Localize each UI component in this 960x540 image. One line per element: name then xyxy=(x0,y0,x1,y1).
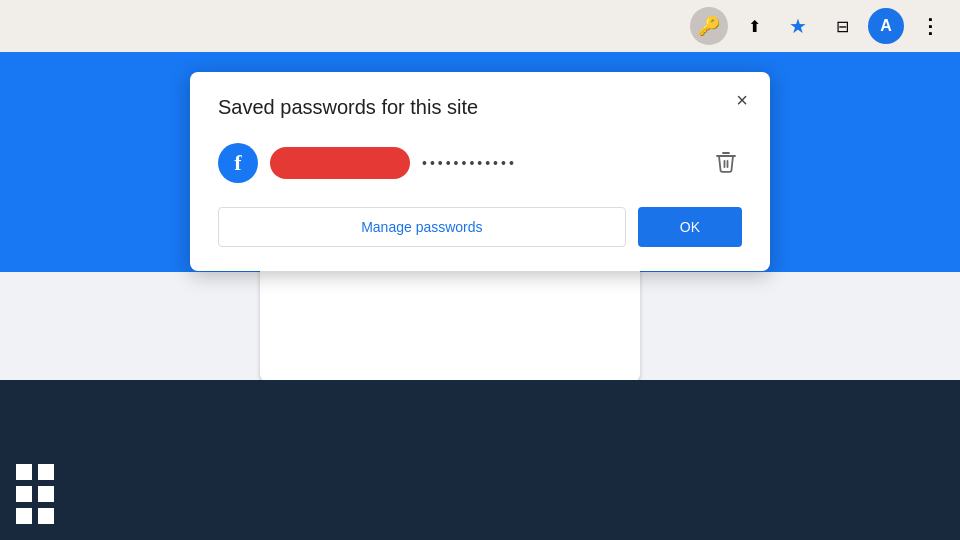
ok-button[interactable]: OK xyxy=(638,207,742,247)
key-button[interactable]: 🔑 xyxy=(690,7,728,45)
more-icon: ⋮ xyxy=(920,14,940,38)
avatar-button[interactable]: A xyxy=(868,8,904,44)
saved-password-dots: •••••••••••• xyxy=(422,155,698,171)
media-button[interactable]: ⊟ xyxy=(824,8,860,44)
share-button[interactable]: ⬆ xyxy=(736,8,772,44)
redacted-username xyxy=(270,147,410,179)
browser-topbar: 🔑 ⬆ ★ ⊟ A ⋮ xyxy=(0,0,960,52)
saved-passwords-popup: × Saved passwords for this site f ••••••… xyxy=(190,72,770,271)
key-icon: 🔑 xyxy=(698,15,720,37)
popup-overlay: × Saved passwords for this site f ••••••… xyxy=(0,52,960,540)
star-icon: ★ xyxy=(789,14,807,38)
delete-password-button[interactable] xyxy=(710,145,742,182)
trash-icon xyxy=(716,151,736,176)
manage-passwords-button[interactable]: Manage passwords xyxy=(218,207,626,247)
close-icon: × xyxy=(736,89,748,112)
bookmark-button[interactable]: ★ xyxy=(780,8,816,44)
more-button[interactable]: ⋮ xyxy=(912,8,948,44)
popup-title: Saved passwords for this site xyxy=(218,96,742,119)
avatar-label: A xyxy=(880,17,892,35)
facebook-f-letter: f xyxy=(234,150,241,176)
share-icon: ⬆ xyxy=(748,17,761,36)
close-button[interactable]: × xyxy=(726,84,758,116)
password-row: f •••••••••••• xyxy=(218,143,742,183)
media-icon: ⊟ xyxy=(836,17,849,36)
facebook-site-icon: f xyxy=(218,143,258,183)
popup-actions: Manage passwords OK xyxy=(218,207,742,247)
